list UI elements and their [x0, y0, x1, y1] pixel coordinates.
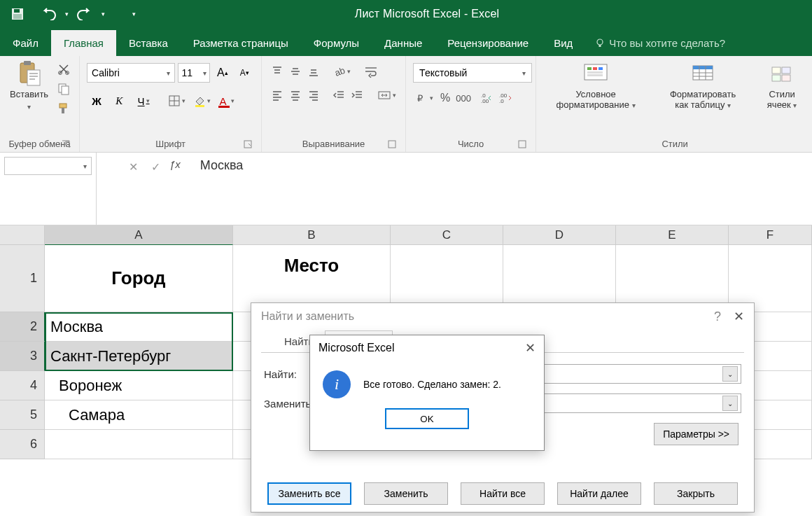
- dialog-launcher-icon[interactable]: [517, 139, 527, 149]
- svg-rect-20: [195, 105, 204, 107]
- accept-edit-button[interactable]: ✓: [144, 158, 167, 175]
- dialog-launcher-icon[interactable]: [61, 139, 71, 149]
- comma-style-button[interactable]: 000: [455, 90, 472, 106]
- accounting-format-button[interactable]: ₽▾: [413, 90, 435, 106]
- help-icon[interactable]: ?: [714, 309, 721, 324]
- align-right-button[interactable]: [305, 87, 322, 104]
- cut-button[interactable]: [55, 62, 72, 77]
- paste-label: Вставить: [10, 90, 48, 100]
- cell-A5[interactable]: Самара: [45, 400, 233, 430]
- tab-data[interactable]: Данные: [372, 30, 435, 56]
- dialog-launcher-icon[interactable]: [243, 139, 253, 149]
- tab-insert[interactable]: Вставка: [116, 30, 181, 56]
- fill-color-button[interactable]: ▾: [190, 92, 213, 109]
- find-all-button[interactable]: Найти все: [461, 482, 545, 505]
- close-icon[interactable]: ✕: [525, 340, 536, 356]
- svg-rect-4: [599, 45, 601, 47]
- cell-A6[interactable]: [45, 430, 233, 459]
- format-painter-button[interactable]: [55, 101, 72, 116]
- cell-styles-button[interactable]: Стили ячеек ▾: [757, 59, 806, 112]
- number-format-combo[interactable]: Текстовый▾: [413, 63, 532, 83]
- tab-view[interactable]: Вид: [541, 30, 585, 56]
- borders-button[interactable]: ▾: [165, 92, 188, 109]
- tab-home[interactable]: Главная: [51, 30, 116, 56]
- col-header-C[interactable]: C: [391, 225, 503, 245]
- currency-icon: ₽: [416, 92, 430, 104]
- increase-indent-button[interactable]: [349, 87, 365, 104]
- undo-button[interactable]: [36, 0, 60, 28]
- qat-customize[interactable]: ▾: [127, 11, 140, 18]
- col-header-F[interactable]: F: [729, 225, 812, 245]
- align-center-button[interactable]: [287, 87, 304, 104]
- font-name-combo[interactable]: Calibri▾: [87, 63, 175, 83]
- tab-formulas[interactable]: Формулы: [301, 30, 372, 56]
- cell-A1[interactable]: Город: [45, 245, 233, 312]
- font-size-value: 11: [181, 67, 192, 78]
- paste-button[interactable]: Вставить ▾: [7, 59, 51, 112]
- align-top-button[interactable]: [269, 63, 286, 80]
- align-left-button[interactable]: [269, 87, 286, 104]
- col-header-D[interactable]: D: [503, 225, 616, 245]
- redo-dropdown[interactable]: ▾: [97, 11, 109, 18]
- italic-button[interactable]: К: [109, 91, 129, 111]
- row-header-6[interactable]: 6: [0, 430, 45, 459]
- cell-A3[interactable]: Сакнт-Петербург: [45, 342, 233, 371]
- row-header-4[interactable]: 4: [0, 371, 45, 400]
- cell-A4[interactable]: Воронеж: [45, 371, 233, 400]
- replace-button[interactable]: Заменить: [364, 482, 448, 505]
- name-box[interactable]: ▾: [0, 153, 97, 225]
- conditional-formatting-button[interactable]: Условное форматирование ▾: [543, 59, 648, 112]
- ok-button[interactable]: OK: [385, 408, 469, 429]
- fx-label[interactable]: ƒx: [167, 158, 188, 170]
- undo-dropdown[interactable]: ▾: [60, 11, 73, 18]
- tab-review[interactable]: Рецензирование: [435, 30, 541, 56]
- redo-button[interactable]: [73, 0, 97, 28]
- wrap-text-button[interactable]: [363, 63, 379, 80]
- tab-page-layout[interactable]: Разметка страницы: [181, 30, 301, 56]
- increase-indent-icon: [351, 89, 363, 102]
- align-middle-button[interactable]: [287, 63, 304, 80]
- orientation-button[interactable]: ab▾: [330, 63, 353, 80]
- chevron-down-icon[interactable]: ⌄: [722, 366, 738, 382]
- row-header-2[interactable]: 2: [0, 312, 45, 342]
- row-header-5[interactable]: 5: [0, 400, 45, 430]
- row-header-1[interactable]: 1: [0, 245, 45, 312]
- underline-button[interactable]: Ч▾: [132, 91, 155, 111]
- bold-button[interactable]: Ж: [87, 91, 106, 111]
- svg-rect-7: [27, 70, 40, 85]
- svg-rect-6: [24, 61, 31, 65]
- decrease-decimal-button[interactable]: .00.0: [497, 90, 514, 106]
- find-next-button[interactable]: Найти далее: [557, 482, 641, 505]
- formula-bar-value[interactable]: Москва: [188, 158, 243, 173]
- chevron-down-icon[interactable]: ⌄: [722, 396, 738, 411]
- font-color-button[interactable]: A▾: [216, 92, 238, 109]
- cancel-edit-button[interactable]: ✕: [122, 158, 144, 175]
- percent-button[interactable]: %: [437, 90, 454, 106]
- close-button[interactable]: Закрыть: [654, 482, 738, 505]
- font-size-combo[interactable]: 11▾: [178, 63, 209, 83]
- dialog-launcher-icon[interactable]: [387, 139, 397, 149]
- save-button[interactable]: [6, 0, 29, 28]
- conditional-formatting-label: Условное форматирование: [556, 89, 629, 110]
- decrease-indent-button[interactable]: [330, 87, 347, 104]
- col-header-E[interactable]: E: [616, 225, 729, 245]
- decrease-font-button[interactable]: A▾: [235, 63, 255, 83]
- increase-decimal-button[interactable]: .0.00: [479, 90, 496, 106]
- options-button[interactable]: Параметры >>: [654, 423, 738, 445]
- merge-center-button[interactable]: ▾: [375, 87, 398, 104]
- tell-me[interactable]: Что вы хотите сделать?: [585, 30, 735, 56]
- row-header-3[interactable]: 3: [0, 342, 45, 371]
- replace-all-button[interactable]: Заменить все: [267, 482, 351, 505]
- close-icon[interactable]: ✕: [734, 309, 744, 324]
- cell-A2[interactable]: Москва: [45, 312, 233, 342]
- borders-icon: [168, 95, 181, 107]
- select-all-corner[interactable]: [0, 225, 45, 245]
- copy-button[interactable]: [55, 81, 72, 97]
- align-center-icon: [289, 89, 302, 102]
- increase-font-button[interactable]: A▴: [213, 63, 232, 83]
- tab-file[interactable]: Файл: [0, 30, 51, 56]
- col-header-B[interactable]: B: [233, 225, 391, 245]
- align-bottom-button[interactable]: [305, 63, 322, 80]
- col-header-A[interactable]: A: [45, 225, 233, 245]
- format-as-table-button[interactable]: Форматировать как таблицу ▾: [661, 59, 745, 112]
